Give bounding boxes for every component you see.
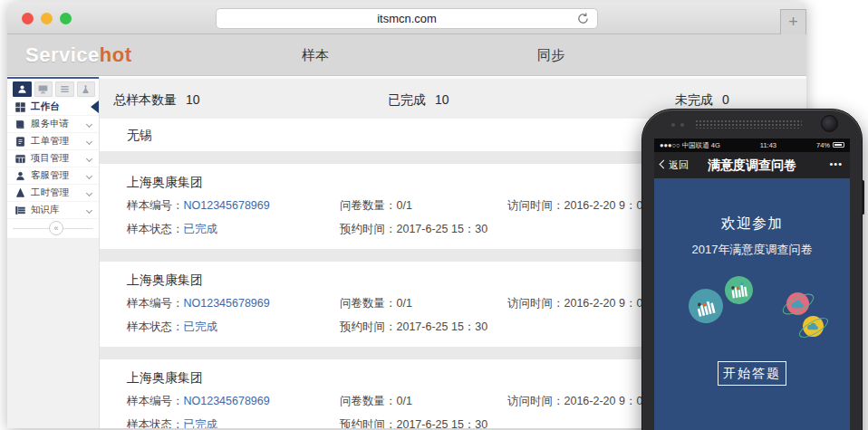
url-bar[interactable]: itsmcn.com <box>216 8 598 29</box>
field-value: 0/1 <box>397 199 412 212</box>
minimize-window-button[interactable] <box>41 13 53 24</box>
field-label: 访问时间： <box>507 199 564 212</box>
header-tab-sync[interactable]: 同步 <box>519 34 583 76</box>
sample-status-field: 样本状态：已完成 <box>127 222 217 237</box>
sample-status-field: 样本状态：已完成 <box>127 320 217 335</box>
close-window-button[interactable] <box>22 13 34 24</box>
logo-text-service: Service <box>25 43 100 66</box>
battery-icon <box>833 142 844 148</box>
screenshot-stage: itsmcn.com + Servicehot 样本 同步 <box>0 0 868 430</box>
sidebar-item-workbench[interactable]: 工作台 <box>7 99 99 116</box>
sidebar-item-work-time[interactable]: 工时管理 <box>7 185 99 202</box>
field-label: 访问时间： <box>507 395 564 407</box>
stat-completed: 已完成10 <box>388 79 449 120</box>
phone-speaker-grille <box>695 119 802 129</box>
field-label: 样本状态： <box>127 223 184 235</box>
field-label: 问卷数量： <box>340 199 397 212</box>
chevron-down-icon <box>86 156 92 162</box>
company-name: 上海奥康集团 <box>127 272 203 289</box>
chevron-down-icon <box>86 173 92 179</box>
stat-value: 0 <box>722 92 729 107</box>
sidebar-icon-tabs <box>7 77 99 99</box>
sidebar-menu: 工作台 服务申请 工单管理 <box>7 99 99 239</box>
person-icon <box>15 171 25 181</box>
header-tab-sample[interactable]: 样本 <box>284 34 347 76</box>
sample-number-link[interactable]: NO12345678969 <box>184 199 270 212</box>
status-badge[interactable]: 已完成 <box>184 223 218 235</box>
sidebar-collapse: « <box>7 219 99 239</box>
phone-mockup: ●●●○○ 中国联通 4G 11:43 74% 返回 满意度调查问卷 ••• 欢… <box>641 109 863 430</box>
refresh-icon[interactable] <box>576 12 590 25</box>
battery-indicator: 74% <box>816 139 844 152</box>
carrier-signal: ●●●○○ 中国联通 4G <box>660 139 720 152</box>
sidebar-item-knowledge-base[interactable]: 知识库 <box>7 202 99 219</box>
phone-side-button <box>862 180 864 215</box>
app-header: Servicehot 样本 同步 <box>7 34 806 76</box>
sidebar-tab-monitor-icon[interactable] <box>34 81 53 97</box>
phone-status-bar: ●●●○○ 中国联通 4G 11:43 74% <box>654 139 850 152</box>
phone-screen: ●●●○○ 中国联通 4G 11:43 74% 返回 满意度调查问卷 ••• 欢… <box>654 139 850 430</box>
sidebar-item-label: 工时管理 <box>31 186 69 199</box>
grid-icon <box>15 102 25 112</box>
field-label: 样本编号： <box>127 395 184 407</box>
window-controls <box>22 13 72 24</box>
chevron-down-icon <box>86 121 92 128</box>
browser-chrome: itsmcn.com + <box>7 2 806 34</box>
company-name: 上海奥康集团 <box>127 175 203 191</box>
status-badge[interactable]: 已完成 <box>184 320 218 333</box>
servicehot-logo: Servicehot <box>25 43 132 67</box>
field-value: 2016-2-20 9：00 <box>564 199 650 212</box>
sidebar-item-label: 工单管理 <box>31 135 69 148</box>
sample-number-field: 样本编号：NO12345678969 <box>127 394 270 409</box>
field-label: 样本状态： <box>127 320 184 333</box>
phone-nav-bar: 返回 满意度调查问卷 ••• <box>654 152 850 178</box>
sidebar-item-label: 知识库 <box>31 204 60 216</box>
questionnaire-count-field: 问卷数量：0/1 <box>340 296 412 311</box>
sidebar-tab-flask-icon[interactable] <box>77 81 96 97</box>
sidebar-item-service-request[interactable]: 服务申请 <box>7 116 99 133</box>
sample-number-field: 样本编号：NO12345678969 <box>127 296 270 311</box>
letter-a-icon <box>15 188 25 198</box>
document-icon <box>15 137 25 147</box>
collapse-sidebar-button[interactable]: « <box>49 221 63 235</box>
logo-text-hot: hot <box>100 43 132 66</box>
field-value: 2017-6-25 15：30 <box>397 418 488 428</box>
sidebar-item-project[interactable]: 项目管理 <box>7 150 99 167</box>
chevron-down-icon <box>86 207 92 214</box>
field-label: 预约时间： <box>340 320 397 333</box>
appointment-time-field: 预约时间：2017-6-25 15：30 <box>340 222 487 237</box>
sidebar-tab-menu-lines-icon[interactable] <box>55 81 74 97</box>
new-tab-button[interactable]: + <box>780 9 806 35</box>
questionnaire-count-field: 问卷数量：0/1 <box>340 198 412 214</box>
sidebar-item-work-order[interactable]: 工单管理 <box>7 133 99 150</box>
sidebar: 工作台 服务申请 工单管理 <box>7 77 100 428</box>
zoom-window-button[interactable] <box>60 13 72 24</box>
sample-status-field: 样本状态：已完成 <box>127 417 217 428</box>
sidebar-tab-person-icon[interactable] <box>13 81 32 97</box>
sidebar-item-customer-service[interactable]: 客服管理 <box>7 167 99 185</box>
sample-number-field: 样本编号：NO12345678969 <box>127 198 270 214</box>
start-survey-button[interactable]: 开始答题 <box>718 361 786 386</box>
bar-chart-icon <box>723 274 755 306</box>
appointment-time-field: 预约时间：2017-6-25 15：30 <box>340 320 487 335</box>
stat-value: 10 <box>435 92 449 107</box>
chevron-down-icon <box>86 190 92 196</box>
visit-time-field: 访问时间：2016-2-20 9：00 <box>507 394 649 409</box>
sidebar-active-arrow-icon <box>91 100 99 113</box>
url-text: itsmcn.com <box>377 12 437 25</box>
calendar-icon <box>15 154 25 164</box>
survey-welcome-screen: 欢迎参加 2017年满意度调查问卷 <box>654 178 850 430</box>
sample-number-link[interactable]: NO12345678969 <box>184 297 270 310</box>
status-badge[interactable]: 已完成 <box>184 418 218 428</box>
field-value: 0/1 <box>397 297 412 310</box>
sample-number-link[interactable]: NO12345678969 <box>184 395 270 407</box>
appointment-time-field: 预约时间：2017-6-25 15：30 <box>340 417 487 428</box>
stat-total-samples: 总样本数量10 <box>113 79 200 120</box>
field-value: 2016-2-20 9：00 <box>564 395 650 407</box>
sidebar-item-label: 客服管理 <box>31 169 69 182</box>
more-menu-button[interactable]: ••• <box>829 152 843 177</box>
sidebar-item-label: 工作台 <box>31 100 60 113</box>
field-label: 样本编号： <box>127 199 184 212</box>
field-label: 样本状态： <box>127 418 184 428</box>
sidebar-item-label: 服务申请 <box>31 118 69 130</box>
